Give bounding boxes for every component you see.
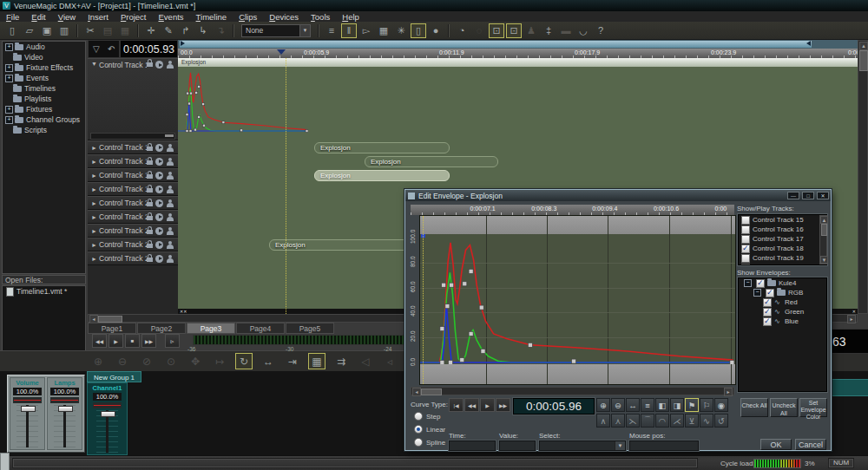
play-track-icon[interactable]: [155, 199, 163, 207]
curve-type-spline[interactable]: Spline: [414, 438, 445, 447]
track-header-24[interactable]: ►Control Track 24: [88, 251, 178, 265]
track-header-20[interactable]: ►Control Track 20: [88, 196, 178, 210]
tab-page4[interactable]: Page4: [236, 323, 285, 334]
sidebar-item-scripts[interactable]: Scripts: [3, 125, 85, 135]
curve-type-linear[interactable]: Linear: [414, 425, 445, 434]
check-circle-icon[interactable]: ◔: [454, 23, 470, 38]
expand-track-icon[interactable]: ►: [91, 200, 98, 206]
control-point[interactable]: [479, 305, 483, 310]
checkbox[interactable]: [763, 308, 772, 317]
show-play-tracks-list[interactable]: Control Track 15Control Track 16Control …: [738, 214, 827, 265]
wave-icon[interactable]: ∿: [700, 414, 713, 428]
rewind-button[interactable]: ◀◀: [92, 334, 107, 348]
select-dropdown-arrow-icon[interactable]: ▼: [615, 441, 625, 450]
solo-person-icon[interactable]: [166, 199, 174, 207]
loop-icon[interactable]: ↻: [235, 353, 253, 369]
ripple-icon[interactable]: ⇉: [332, 353, 350, 369]
track-header-18[interactable]: ►Control Track 18: [88, 168, 178, 182]
play-track-icon[interactable]: [155, 227, 163, 235]
track-header-22[interactable]: ►Control Track 22: [88, 224, 178, 238]
collapse-icon[interactable]: −: [744, 279, 752, 287]
sidebar-item-playlists[interactable]: Playlists: [3, 94, 85, 104]
control-point[interactable]: [440, 361, 444, 365]
control-point[interactable]: [198, 115, 201, 118]
tab-page3[interactable]: Page3: [187, 323, 235, 334]
expand-track-icon[interactable]: ►: [91, 242, 98, 248]
fit-width-icon[interactable]: ↔: [626, 398, 640, 412]
showplay-control-track-19[interactable]: Control Track 19: [739, 253, 826, 263]
sidebar-item-video[interactable]: Video: [3, 52, 85, 62]
control-point[interactable]: [188, 102, 191, 105]
envelope-hscrollbar[interactable]: ◂ ▸: [411, 387, 734, 395]
control-point[interactable]: [440, 327, 444, 331]
env-hscroll-thumb[interactable]: [421, 388, 442, 395]
insert-track-up-icon[interactable]: ↱: [178, 23, 194, 38]
play-track-icon[interactable]: [155, 241, 163, 249]
control-point[interactable]: [189, 130, 192, 133]
expand-track-icon[interactable]: ►: [91, 214, 98, 220]
time-field[interactable]: [449, 441, 496, 451]
menu-events[interactable]: Events: [153, 12, 190, 22]
fader-slider[interactable]: [54, 405, 76, 447]
control-point[interactable]: [572, 359, 576, 363]
drop-point-icon[interactable]: ⊻: [685, 414, 699, 428]
cue-grid-icon[interactable]: ▦: [376, 23, 391, 38]
radio[interactable]: [414, 425, 423, 434]
draw-envelope-icon[interactable]: ✎: [161, 23, 176, 38]
new-file-icon[interactable]: ▯: [4, 23, 20, 38]
clip-control-track-17[interactable]: Explosjon: [365, 156, 498, 167]
split-left-icon[interactable]: ⋋: [626, 414, 640, 428]
menu-clips[interactable]: Clips: [233, 12, 263, 22]
expand-track-icon[interactable]: ►: [91, 173, 98, 179]
envelope-playhead-line[interactable]: [423, 216, 424, 384]
monitor-out-b-icon[interactable]: ⊡: [506, 23, 522, 38]
track-header-17[interactable]: ►Control Track 17: [88, 154, 178, 168]
sidebar-item-fixture-effects[interactable]: +Fixture Effects: [3, 62, 85, 73]
control-point[interactable]: [222, 121, 225, 124]
zoom-out-icon[interactable]: ⊖: [611, 398, 625, 412]
envelope-plot[interactable]: [419, 215, 736, 385]
collapse-track-icon[interactable]: ▼: [91, 61, 98, 67]
clear-points-icon[interactable]: ⚐: [700, 398, 713, 412]
play-track-icon[interactable]: [155, 255, 163, 263]
slide-icon[interactable]: ↔: [260, 353, 277, 369]
checkbox[interactable]: [766, 289, 774, 297]
tracks-list-scrollbar[interactable]: ▲ ▼: [819, 215, 827, 264]
control-point[interactable]: [730, 361, 734, 365]
solo-person-icon[interactable]: [166, 186, 174, 193]
control-point[interactable]: [194, 128, 197, 131]
track-header-21[interactable]: ►Control Track 21: [88, 210, 178, 224]
check-all-button[interactable]: Check All: [740, 398, 768, 417]
menu-devices[interactable]: Devices: [263, 12, 305, 22]
lock-icon[interactable]: [147, 202, 153, 206]
curve-arc-snap-icon[interactable]: ◠: [655, 414, 669, 428]
radio[interactable]: [414, 438, 423, 447]
menu-project[interactable]: Project: [115, 12, 153, 22]
step-forward-button[interactable]: ▶▶: [496, 398, 510, 412]
menu-help[interactable]: Help: [336, 12, 365, 22]
play-button[interactable]: ▶: [480, 398, 495, 412]
scrub-icon[interactable]: ↶: [105, 42, 119, 56]
expand-icon[interactable]: +: [5, 43, 13, 51]
dialog-minimize-button[interactable]: —: [787, 192, 799, 199]
playhead-marker-icon[interactable]: [277, 49, 286, 55]
dialog-title-bar[interactable]: Edit Envelope - Explosjon — □ ✕: [405, 190, 831, 201]
insert-track-down-icon[interactable]: ↳: [195, 23, 211, 38]
checkbox[interactable]: [763, 317, 772, 326]
env-scroll-left-icon[interactable]: ◂: [412, 388, 421, 396]
channel-redline[interactable]: [93, 402, 122, 408]
select-dropdown[interactable]: ▼: [539, 441, 626, 451]
playhead-line[interactable]: [286, 58, 286, 314]
expand-icon[interactable]: +: [5, 64, 13, 72]
sidebar-item-events[interactable]: +Events: [3, 73, 85, 83]
effects-burst-icon[interactable]: ✳: [393, 23, 409, 38]
curve-type-step[interactable]: Step: [414, 412, 440, 421]
control-point[interactable]: [240, 129, 243, 132]
checkbox[interactable]: [741, 254, 750, 263]
tab-page5[interactable]: Page5: [286, 323, 334, 334]
control-point[interactable]: [198, 85, 201, 88]
bowl-icon[interactable]: ◡: [575, 23, 591, 38]
stop-button[interactable]: ■: [125, 334, 140, 348]
solo-person-icon[interactable]: [166, 255, 174, 263]
solo-person-icon[interactable]: [166, 144, 174, 152]
